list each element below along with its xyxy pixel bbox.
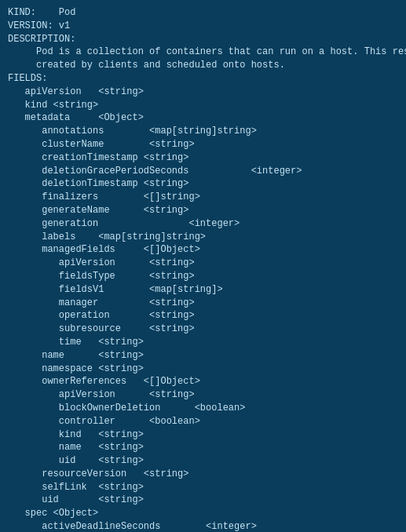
terminal-line: activeDeadlineSeconds <integer> xyxy=(8,520,398,532)
terminal-line: generateName <string> xyxy=(8,204,398,217)
terminal-line: labels <map[string]string> xyxy=(8,231,398,244)
terminal-line: selfLink <string> xyxy=(8,481,398,494)
terminal-line: manager <string> xyxy=(8,297,398,310)
terminal-line: finalizers <[]string> xyxy=(8,191,398,204)
terminal-line: apiVersion <string> xyxy=(8,388,398,402)
terminal-line: blockOwnerDeletion <boolean> xyxy=(8,402,398,415)
terminal-line: KIND: Pod xyxy=(8,6,398,20)
terminal-line: name <string> xyxy=(8,441,398,454)
terminal-line: generation <integer> xyxy=(8,217,398,231)
terminal-line: metadata <Object> xyxy=(8,111,398,125)
terminal-line: managedFields <[]Object> xyxy=(8,243,398,257)
terminal-line: creationTimestamp <string> xyxy=(8,151,398,165)
terminal-line: clusterName <string> xyxy=(8,138,398,151)
terminal-line: name <string> xyxy=(8,349,398,363)
terminal-line: spec <Object> xyxy=(8,507,398,520)
terminal-line: DESCRIPTION: xyxy=(8,33,398,46)
terminal-content: KIND: PodVERSION: v1DESCRIPTION: Pod is … xyxy=(8,6,398,532)
terminal-line: uid <string> xyxy=(8,494,398,507)
terminal-line: resourceVersion <string> xyxy=(8,468,398,481)
terminal-line: apiVersion <string> xyxy=(8,86,398,99)
terminal-line: uid <string> xyxy=(8,454,398,468)
terminal-line: apiVersion <string> xyxy=(8,257,398,270)
terminal-line: FIELDS: xyxy=(8,72,398,86)
terminal-line: deletionGracePeriodSeconds <integer> xyxy=(8,165,398,178)
terminal-line: subresource <string> xyxy=(8,322,398,336)
terminal-line: time <string> xyxy=(8,336,398,349)
terminal-line: operation <string> xyxy=(8,309,398,322)
terminal-line: created by clients and scheduled onto ho… xyxy=(8,59,398,72)
terminal-line: Pod is a collection of containers that c… xyxy=(8,46,398,59)
terminal-line: ownerReferences <[]Object> xyxy=(8,375,398,388)
terminal-line: fieldsV1 <map[string]> xyxy=(8,283,398,297)
terminal-line: namespace <string> xyxy=(8,363,398,376)
terminal-line: annotations <map[string]string> xyxy=(8,125,398,138)
terminal-line: fieldsType <string> xyxy=(8,270,398,283)
terminal-line: VERSION: v1 xyxy=(8,20,398,33)
terminal-line: controller <boolean> xyxy=(8,415,398,428)
terminal-line: kind <string> xyxy=(8,99,398,112)
terminal-line: kind <string> xyxy=(8,428,398,442)
terminal-line: deletionTimestamp <string> xyxy=(8,177,398,191)
